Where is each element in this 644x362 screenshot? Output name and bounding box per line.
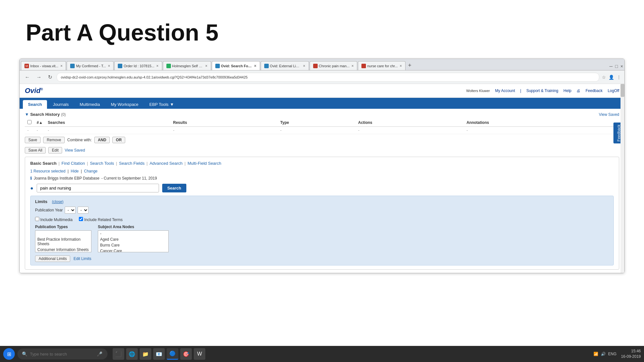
network-icon[interactable]: 📶 — [593, 352, 598, 356]
find-citation-link[interactable]: Find Citation — [61, 161, 85, 166]
maximize-button[interactable]: □ — [615, 64, 618, 69]
tab-close-icon[interactable]: × — [303, 64, 305, 68]
tab-nurse[interactable]: nurse care for chr... × — [358, 61, 406, 70]
logoff-link[interactable]: LogOff — [608, 88, 619, 93]
nav-sep3: | — [116, 161, 117, 166]
include-multimedia-label[interactable]: Include Multimedia — [35, 217, 72, 222]
close-window-button[interactable]: × — [621, 64, 623, 69]
word-button[interactable]: W — [194, 348, 205, 360]
select-all-checkbox[interactable] — [27, 120, 32, 124]
tab-close-icon[interactable]: × — [205, 64, 208, 68]
include-multimedia-checkbox[interactable] — [35, 217, 39, 221]
edge-button[interactable]: 🌐 — [126, 348, 138, 360]
feedback-link[interactable]: Feedback — [585, 88, 602, 93]
additional-limits-button[interactable]: Additional Limits — [35, 255, 70, 262]
and-button[interactable]: AND — [94, 137, 110, 143]
printer-icon[interactable]: 🖨 — [576, 88, 580, 93]
refresh-button[interactable]: ↻ — [46, 73, 54, 81]
resource-change-link[interactable]: Change — [84, 169, 98, 173]
search-button[interactable]: Search — [162, 184, 186, 192]
include-related-checkbox[interactable] — [79, 217, 83, 221]
taskbar-apps: ⬛ 🌐 📁 📧 🔵 🎯 W — [113, 348, 205, 360]
start-button[interactable]: ⊞ — [3, 348, 15, 360]
tab-ovid-search[interactable]: Ovid: Search Form × — [212, 61, 260, 70]
nav-sep5: | — [184, 161, 185, 166]
combine-label: Combine with: — [67, 138, 92, 142]
save-all-button[interactable]: Save All — [25, 147, 46, 153]
list-item[interactable] — [35, 231, 91, 237]
resource-info: 1 Resource selected | Hide | Change — [30, 169, 614, 173]
advanced-search-link[interactable]: Advanced Search — [150, 161, 183, 166]
remove-button[interactable]: Remove — [43, 137, 65, 143]
scrollbar-thumb[interactable] — [621, 84, 624, 97]
settings-icon[interactable]: ⋮ — [617, 75, 621, 80]
list-item[interactable]: Consumer Information Sheets — [35, 247, 91, 252]
nav-item-multimedia[interactable]: Multimedia — [75, 100, 105, 109]
forward-button[interactable]: → — [34, 74, 43, 81]
volume-icon[interactable]: 🔊 — [601, 352, 606, 356]
list-item[interactable]: Best Practice Information Sheets — [35, 237, 91, 247]
powerpoint-button[interactable]: 🎯 — [180, 348, 192, 360]
list-item[interactable]: Cancer Care — [98, 248, 168, 252]
chrome-button[interactable]: 🔵 — [167, 348, 178, 360]
subject-area-list: - Aged Care Burns Care Cancer Care Cardi… — [98, 230, 169, 252]
pub-year-from-select[interactable]: - — [65, 207, 76, 214]
nav-item-workspace[interactable]: My Workspace — [106, 100, 144, 109]
search-fields-link[interactable]: Search Fields — [119, 161, 145, 166]
tab-ovid-external[interactable]: Ovid: External Link... × — [261, 61, 309, 70]
mic-icon[interactable]: 🎤 — [97, 351, 102, 357]
tab-close-icon[interactable]: × — [156, 64, 159, 68]
list-item[interactable]: Burns Care — [98, 242, 168, 248]
bookmark-icon[interactable]: ☆ — [602, 75, 606, 80]
nav-item-ebp[interactable]: EBP Tools ▼ — [144, 100, 179, 109]
tab-close-icon[interactable]: × — [60, 64, 62, 68]
scrollbar-track[interactable] — [621, 84, 624, 273]
basic-search-link[interactable]: Basic Search — [30, 161, 57, 166]
address-input[interactable] — [57, 73, 599, 82]
taskbar-search-box[interactable]: 🔍 🎤 — [17, 348, 107, 359]
explorer-button[interactable]: 📁 — [140, 348, 151, 360]
mail-button[interactable]: 📧 — [153, 348, 165, 360]
task-view-button[interactable]: ⬛ — [113, 348, 124, 360]
page-title: Part A Question 5 — [0, 0, 644, 59]
back-button[interactable]: ← — [23, 74, 32, 81]
tab-confirmed[interactable]: My Confirmed - T... × — [67, 61, 114, 70]
view-saved-link[interactable]: View Saved — [599, 112, 619, 117]
search-input[interactable] — [37, 184, 159, 192]
tab-holmesglen[interactable]: Holmesglen Self S... × — [163, 61, 211, 70]
limits-close-link[interactable]: (close) — [52, 200, 63, 204]
help-link[interactable]: Help — [564, 88, 572, 93]
edit-button[interactable]: Edit — [48, 147, 62, 153]
new-tab-button[interactable]: + — [406, 62, 414, 69]
nav-item-journals[interactable]: Journals — [48, 100, 74, 109]
multi-field-link[interactable]: Multi-Field Search — [188, 161, 221, 166]
save-button[interactable]: Save — [25, 137, 41, 143]
taskbar-search-input[interactable] — [30, 352, 94, 357]
tab-gmail[interactable]: M Inbox - viswa.vit... × — [21, 61, 66, 70]
list-item[interactable]: Aged Care — [98, 237, 168, 242]
include-related-label[interactable]: Include Related Terms — [79, 217, 123, 222]
support-link[interactable]: Support & Training — [526, 88, 558, 93]
edit-limits-link[interactable]: Edit Limits — [73, 256, 91, 261]
tab-close-icon[interactable]: × — [400, 64, 402, 68]
tab-chronic[interactable]: Chronic pain man... × — [310, 61, 357, 70]
view-saved-bottom-link[interactable]: View Saved — [65, 148, 85, 153]
my-account-link[interactable]: My Account — [495, 88, 515, 93]
minimize-button[interactable]: ─ — [609, 64, 612, 69]
profile-icon[interactable]: 👤 — [609, 75, 614, 80]
tab-close-icon[interactable]: × — [108, 64, 110, 68]
tab-close-icon[interactable]: × — [351, 64, 354, 68]
nav-item-search[interactable]: Search — [23, 100, 47, 109]
resource-date: - Current to September 11, 2019 — [101, 176, 157, 181]
resource-count-link[interactable]: 1 Resource selected — [30, 169, 65, 173]
list-item[interactable]: - — [98, 231, 168, 237]
tab-close-icon[interactable]: × — [254, 64, 257, 68]
collapse-icon[interactable]: ▼ — [25, 112, 29, 117]
tab-order[interactable]: Order Id : 107815... × — [114, 61, 162, 70]
pub-year-to-select[interactable]: - — [78, 207, 89, 214]
subject-area-label: Subject Area Nodes — [98, 225, 169, 229]
search-tools-link[interactable]: Search Tools — [90, 161, 114, 166]
resource-hide-link[interactable]: Hide — [71, 169, 79, 173]
taskbar-time: 15:46 16-09-2019 — [621, 348, 641, 359]
or-button[interactable]: OR — [112, 137, 125, 143]
